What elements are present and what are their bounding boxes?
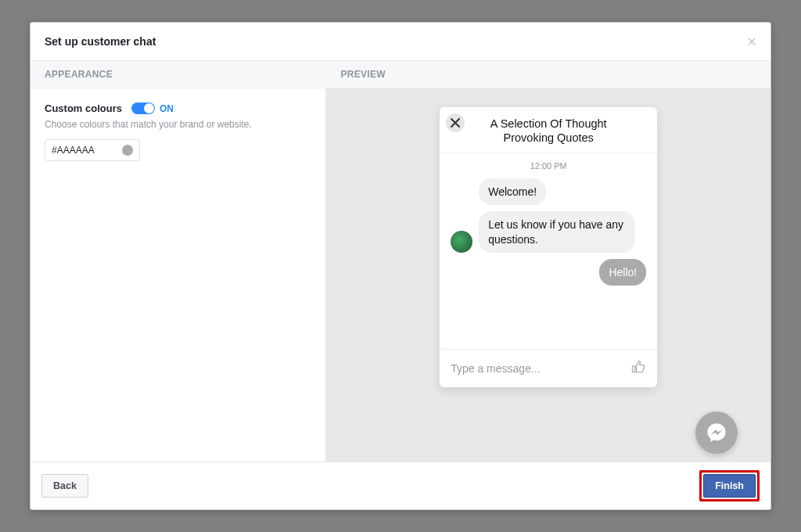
message-row: Welcome! xyxy=(451,178,646,205)
color-input[interactable] xyxy=(45,139,140,161)
finish-button[interactable]: Finish xyxy=(703,474,756,498)
custom-colours-label: Custom colours xyxy=(45,102,122,114)
finish-highlight: Finish xyxy=(699,470,760,501)
message-row: Let us know if you have any questions. xyxy=(451,211,646,252)
thumbs-up-icon[interactable] xyxy=(630,359,646,378)
appearance-pane: Custom colours ON Choose colours that ma… xyxy=(31,88,326,462)
modal-title: Set up customer chat xyxy=(45,35,156,48)
toggle-state-text: ON xyxy=(160,103,174,114)
close-icon xyxy=(451,118,460,128)
preview-pane: A Selection Of Thought Provoking Quotes … xyxy=(326,88,770,462)
chat-input[interactable]: Type a message... xyxy=(451,362,540,375)
chat-timestamp: 12:00 PM xyxy=(451,161,646,171)
custom-colours-toggle[interactable]: ON xyxy=(131,102,174,114)
appearance-header: APPEARANCE xyxy=(31,61,326,88)
close-icon[interactable]: × xyxy=(747,34,756,49)
messenger-bubble[interactable] xyxy=(695,412,738,454)
message-bubble: Let us know if you have any questions. xyxy=(479,211,635,252)
setup-modal: Set up customer chat × APPEARANCE PREVIE… xyxy=(30,22,771,510)
back-button[interactable]: Back xyxy=(41,474,88,498)
message-row: Hello! xyxy=(451,259,646,286)
chat-title: A Selection Of Thought Provoking Quotes xyxy=(468,117,629,145)
message-bubble: Welcome! xyxy=(479,178,546,205)
chat-preview: A Selection Of Thought Provoking Quotes … xyxy=(440,107,657,387)
chat-close-button[interactable] xyxy=(446,113,465,132)
column-headers: APPEARANCE PREVIEW xyxy=(31,61,770,88)
modal-header: Set up customer chat × xyxy=(31,23,770,61)
custom-colours-desc: Choose colours that match your brand or … xyxy=(45,119,311,130)
avatar-icon xyxy=(451,231,472,253)
color-text-field[interactable] xyxy=(45,140,116,160)
toggle-switch-icon xyxy=(131,102,155,114)
chat-body: 12:00 PM Welcome! Let us know if you hav… xyxy=(440,153,657,349)
messenger-icon xyxy=(706,422,727,444)
color-swatch-icon xyxy=(122,145,133,156)
preview-header: PREVIEW xyxy=(326,61,770,88)
modal-footer: Back Finish xyxy=(31,462,770,509)
chat-header: A Selection Of Thought Provoking Quotes xyxy=(440,107,657,153)
message-bubble-sent: Hello! xyxy=(599,259,646,286)
chat-input-row: Type a message... xyxy=(440,349,657,387)
